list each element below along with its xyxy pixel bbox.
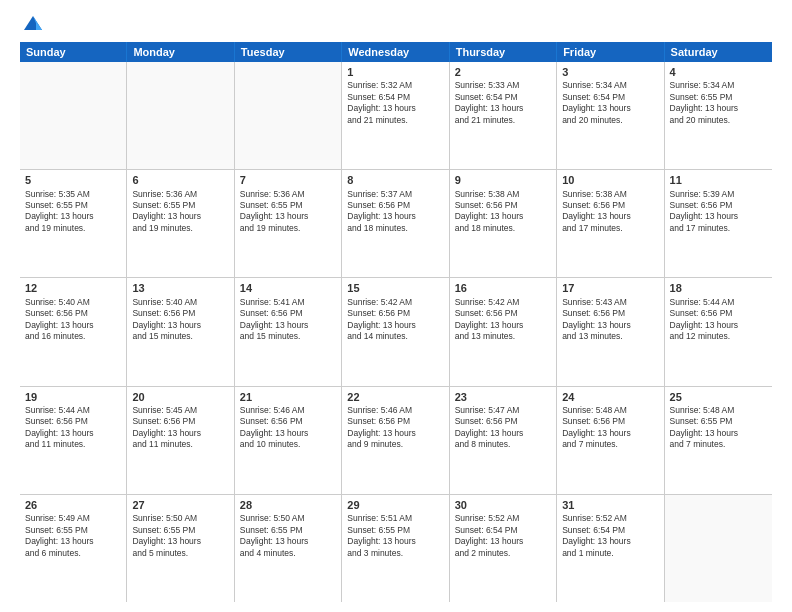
day-number: 27 xyxy=(132,498,228,512)
cell-info: Sunrise: 5:46 AM Sunset: 6:56 PM Dayligh… xyxy=(240,405,336,451)
cell-info: Sunrise: 5:52 AM Sunset: 6:54 PM Dayligh… xyxy=(562,513,658,559)
day-number: 6 xyxy=(132,173,228,187)
header-day-saturday: Saturday xyxy=(665,42,772,62)
cell-info: Sunrise: 5:37 AM Sunset: 6:56 PM Dayligh… xyxy=(347,189,443,235)
header-day-sunday: Sunday xyxy=(20,42,127,62)
calendar-cell xyxy=(127,62,234,169)
cell-info: Sunrise: 5:46 AM Sunset: 6:56 PM Dayligh… xyxy=(347,405,443,451)
calendar-cell: 20Sunrise: 5:45 AM Sunset: 6:56 PM Dayli… xyxy=(127,387,234,494)
calendar-cell: 26Sunrise: 5:49 AM Sunset: 6:55 PM Dayli… xyxy=(20,495,127,602)
day-number: 25 xyxy=(670,390,767,404)
cell-info: Sunrise: 5:36 AM Sunset: 6:55 PM Dayligh… xyxy=(240,189,336,235)
header-day-friday: Friday xyxy=(557,42,664,62)
day-number: 1 xyxy=(347,65,443,79)
calendar-cell: 7Sunrise: 5:36 AM Sunset: 6:55 PM Daylig… xyxy=(235,170,342,277)
cell-info: Sunrise: 5:48 AM Sunset: 6:56 PM Dayligh… xyxy=(562,405,658,451)
day-number: 24 xyxy=(562,390,658,404)
cell-info: Sunrise: 5:42 AM Sunset: 6:56 PM Dayligh… xyxy=(455,297,551,343)
day-number: 9 xyxy=(455,173,551,187)
calendar-row-1: 1Sunrise: 5:32 AM Sunset: 6:54 PM Daylig… xyxy=(20,62,772,170)
calendar-cell: 23Sunrise: 5:47 AM Sunset: 6:56 PM Dayli… xyxy=(450,387,557,494)
calendar-cell: 2Sunrise: 5:33 AM Sunset: 6:54 PM Daylig… xyxy=(450,62,557,169)
day-number: 21 xyxy=(240,390,336,404)
cell-info: Sunrise: 5:44 AM Sunset: 6:56 PM Dayligh… xyxy=(670,297,767,343)
day-number: 28 xyxy=(240,498,336,512)
day-number: 5 xyxy=(25,173,121,187)
cell-info: Sunrise: 5:34 AM Sunset: 6:55 PM Dayligh… xyxy=(670,80,767,126)
day-number: 10 xyxy=(562,173,658,187)
calendar-row-4: 19Sunrise: 5:44 AM Sunset: 6:56 PM Dayli… xyxy=(20,387,772,495)
cell-info: Sunrise: 5:50 AM Sunset: 6:55 PM Dayligh… xyxy=(132,513,228,559)
header-day-thursday: Thursday xyxy=(450,42,557,62)
calendar-cell xyxy=(20,62,127,169)
calendar-cell: 4Sunrise: 5:34 AM Sunset: 6:55 PM Daylig… xyxy=(665,62,772,169)
cell-info: Sunrise: 5:33 AM Sunset: 6:54 PM Dayligh… xyxy=(455,80,551,126)
cell-info: Sunrise: 5:44 AM Sunset: 6:56 PM Dayligh… xyxy=(25,405,121,451)
day-number: 30 xyxy=(455,498,551,512)
calendar-row-3: 12Sunrise: 5:40 AM Sunset: 6:56 PM Dayli… xyxy=(20,278,772,386)
cell-info: Sunrise: 5:49 AM Sunset: 6:55 PM Dayligh… xyxy=(25,513,121,559)
cell-info: Sunrise: 5:52 AM Sunset: 6:54 PM Dayligh… xyxy=(455,513,551,559)
cell-info: Sunrise: 5:38 AM Sunset: 6:56 PM Dayligh… xyxy=(562,189,658,235)
calendar-cell: 24Sunrise: 5:48 AM Sunset: 6:56 PM Dayli… xyxy=(557,387,664,494)
calendar-cell: 29Sunrise: 5:51 AM Sunset: 6:55 PM Dayli… xyxy=(342,495,449,602)
day-number: 11 xyxy=(670,173,767,187)
day-number: 20 xyxy=(132,390,228,404)
cell-info: Sunrise: 5:48 AM Sunset: 6:55 PM Dayligh… xyxy=(670,405,767,451)
calendar-body: 1Sunrise: 5:32 AM Sunset: 6:54 PM Daylig… xyxy=(20,62,772,602)
day-number: 13 xyxy=(132,281,228,295)
day-number: 2 xyxy=(455,65,551,79)
cell-info: Sunrise: 5:39 AM Sunset: 6:56 PM Dayligh… xyxy=(670,189,767,235)
day-number: 4 xyxy=(670,65,767,79)
day-number: 18 xyxy=(670,281,767,295)
calendar-cell: 1Sunrise: 5:32 AM Sunset: 6:54 PM Daylig… xyxy=(342,62,449,169)
day-number: 3 xyxy=(562,65,658,79)
calendar-cell: 18Sunrise: 5:44 AM Sunset: 6:56 PM Dayli… xyxy=(665,278,772,385)
calendar-cell xyxy=(235,62,342,169)
cell-info: Sunrise: 5:42 AM Sunset: 6:56 PM Dayligh… xyxy=(347,297,443,343)
cell-info: Sunrise: 5:43 AM Sunset: 6:56 PM Dayligh… xyxy=(562,297,658,343)
calendar-cell: 10Sunrise: 5:38 AM Sunset: 6:56 PM Dayli… xyxy=(557,170,664,277)
calendar-cell: 11Sunrise: 5:39 AM Sunset: 6:56 PM Dayli… xyxy=(665,170,772,277)
calendar-row-5: 26Sunrise: 5:49 AM Sunset: 6:55 PM Dayli… xyxy=(20,495,772,602)
calendar-cell: 12Sunrise: 5:40 AM Sunset: 6:56 PM Dayli… xyxy=(20,278,127,385)
cell-info: Sunrise: 5:34 AM Sunset: 6:54 PM Dayligh… xyxy=(562,80,658,126)
day-number: 19 xyxy=(25,390,121,404)
day-number: 26 xyxy=(25,498,121,512)
calendar-cell: 3Sunrise: 5:34 AM Sunset: 6:54 PM Daylig… xyxy=(557,62,664,169)
calendar-header: SundayMondayTuesdayWednesdayThursdayFrid… xyxy=(20,42,772,62)
day-number: 7 xyxy=(240,173,336,187)
calendar-cell: 13Sunrise: 5:40 AM Sunset: 6:56 PM Dayli… xyxy=(127,278,234,385)
logo xyxy=(20,16,44,34)
cell-info: Sunrise: 5:47 AM Sunset: 6:56 PM Dayligh… xyxy=(455,405,551,451)
calendar-cell: 30Sunrise: 5:52 AM Sunset: 6:54 PM Dayli… xyxy=(450,495,557,602)
calendar-cell: 16Sunrise: 5:42 AM Sunset: 6:56 PM Dayli… xyxy=(450,278,557,385)
calendar-cell: 6Sunrise: 5:36 AM Sunset: 6:55 PM Daylig… xyxy=(127,170,234,277)
cell-info: Sunrise: 5:32 AM Sunset: 6:54 PM Dayligh… xyxy=(347,80,443,126)
day-number: 15 xyxy=(347,281,443,295)
cell-info: Sunrise: 5:50 AM Sunset: 6:55 PM Dayligh… xyxy=(240,513,336,559)
day-number: 12 xyxy=(25,281,121,295)
calendar-cell: 8Sunrise: 5:37 AM Sunset: 6:56 PM Daylig… xyxy=(342,170,449,277)
calendar-cell: 21Sunrise: 5:46 AM Sunset: 6:56 PM Dayli… xyxy=(235,387,342,494)
header-day-monday: Monday xyxy=(127,42,234,62)
header xyxy=(20,16,772,34)
logo-triangle-icon xyxy=(22,12,44,34)
cell-info: Sunrise: 5:40 AM Sunset: 6:56 PM Dayligh… xyxy=(132,297,228,343)
day-number: 16 xyxy=(455,281,551,295)
day-number: 31 xyxy=(562,498,658,512)
calendar-cell: 17Sunrise: 5:43 AM Sunset: 6:56 PM Dayli… xyxy=(557,278,664,385)
calendar-cell: 25Sunrise: 5:48 AM Sunset: 6:55 PM Dayli… xyxy=(665,387,772,494)
cell-info: Sunrise: 5:41 AM Sunset: 6:56 PM Dayligh… xyxy=(240,297,336,343)
calendar-cell: 9Sunrise: 5:38 AM Sunset: 6:56 PM Daylig… xyxy=(450,170,557,277)
calendar-cell: 27Sunrise: 5:50 AM Sunset: 6:55 PM Dayli… xyxy=(127,495,234,602)
day-number: 22 xyxy=(347,390,443,404)
calendar-cell: 22Sunrise: 5:46 AM Sunset: 6:56 PM Dayli… xyxy=(342,387,449,494)
calendar-cell: 28Sunrise: 5:50 AM Sunset: 6:55 PM Dayli… xyxy=(235,495,342,602)
header-day-wednesday: Wednesday xyxy=(342,42,449,62)
calendar-cell xyxy=(665,495,772,602)
header-day-tuesday: Tuesday xyxy=(235,42,342,62)
calendar: SundayMondayTuesdayWednesdayThursdayFrid… xyxy=(20,42,772,602)
cell-info: Sunrise: 5:35 AM Sunset: 6:55 PM Dayligh… xyxy=(25,189,121,235)
cell-info: Sunrise: 5:38 AM Sunset: 6:56 PM Dayligh… xyxy=(455,189,551,235)
